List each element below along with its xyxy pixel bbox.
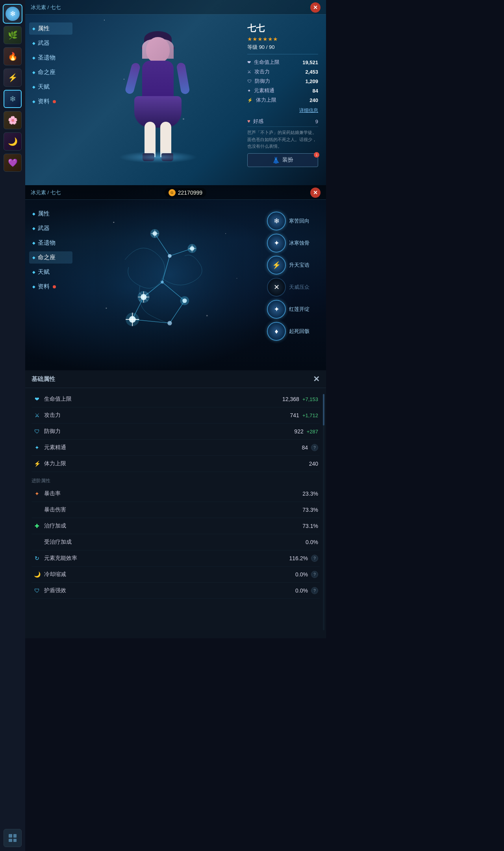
svg-point-31 <box>161 281 164 284</box>
svg-point-33 <box>225 233 226 234</box>
p2-nav-artifact[interactable]: ◆ 圣遗物 <box>29 237 72 249</box>
stat-stamina-value: 240 <box>309 97 318 103</box>
detail-shield-value: 0.0% <box>295 587 308 594</box>
sidebar-char-5[interactable]: 🌸 <box>4 111 22 129</box>
constellation-panel: 冰元素 / 七七 G 22170999 ✕ ◆ 属性 ◆ 武器 ◆ <box>25 185 326 370</box>
skill-item-1[interactable]: ❄ 寒苦回向 <box>267 212 322 230</box>
detail-em-icon: ✦ <box>33 444 41 452</box>
nav-diamond-icon: ◆ <box>32 70 35 74</box>
detail-stat-heal-bonus: ✚ 治疗加成 73.1% <box>32 518 320 534</box>
dress-button[interactable]: 👗 装扮 1 <box>247 153 318 167</box>
base-stats-section: ❤ 生命值上限 12,368 +7,153 ⚔ 攻击力 741 +1,712 <box>25 388 326 472</box>
svg-point-35 <box>106 308 107 309</box>
sidebar-char-4[interactable]: ❄ <box>4 90 22 108</box>
stat-row-em: ✦ 元素精通 84 <box>247 86 318 95</box>
coin-display: G 22170999 <box>165 188 206 197</box>
nav-diamond-icon: ◆ <box>32 85 35 89</box>
char-description: 芭芦「不卜庐」的采药姑娘兼学徒。面色苍白如纸的不死之人。话很少，也没有什么表情。 <box>247 129 318 150</box>
sidebar-char-7[interactable]: 💜 <box>4 154 22 172</box>
detail-heal-value: 73.1% <box>302 523 318 529</box>
cd-help-button[interactable]: ? <box>311 571 318 578</box>
skill-item-4[interactable]: ✕ 天威压众 <box>267 278 322 297</box>
char-stars: ★★★★★★ <box>247 36 318 42</box>
atk-icon: ⚔ <box>247 69 251 74</box>
panel3-close-button[interactable]: ✕ <box>313 374 320 384</box>
er-help-button[interactable]: ? <box>311 555 318 562</box>
nav-diamond-icon: ◆ <box>32 26 35 31</box>
detail-atk-icon: ⚔ <box>33 411 41 419</box>
character-figure <box>122 37 193 163</box>
nav-item-weapon[interactable]: ◆ 武器 <box>29 37 72 49</box>
sidebar-char-1[interactable]: 🌿 <box>4 26 22 44</box>
detail-stat-em: ✦ 元素精通 84 ? <box>32 440 320 456</box>
sidebar-char-2[interactable]: 🔥 <box>4 47 22 65</box>
detail-stat-stamina: ⚡ 体力上限 240 <box>32 456 320 472</box>
detail-crit-rate-icon: ✦ <box>33 490 41 498</box>
skill-item-5[interactable]: ✦ 红莲开绽 <box>267 300 322 319</box>
detail-hp-icon: ❤ <box>33 395 41 403</box>
p2-nav-weapon[interactable]: ◆ 武器 <box>29 222 72 234</box>
detail-stat-shield: 🛡 护盾强效 0.0% ? <box>32 583 320 599</box>
detail-stat-hp: ❤ 生命值上限 12,368 +7,153 <box>32 391 320 407</box>
detail-stat-atk: ⚔ 攻击力 741 +1,712 <box>32 407 320 424</box>
panel1-body: ◆ 属性 ◆ 武器 ◆ 圣遗物 ◆ 命之座 ◆ 天赋 <box>25 15 326 175</box>
skill-label-4: 天威压众 <box>289 284 309 291</box>
advanced-stats-section: 进阶属性 ✦ 暴击率 23.3% 暴击伤害 73.3% <box>25 472 326 599</box>
detail-crit-dmg-value: 73.3% <box>302 507 318 513</box>
stat-row-def: 🛡 防御力 1,209 <box>247 76 318 86</box>
stat-hp-value: 19,521 <box>302 59 318 65</box>
detail-em-base: 84 <box>302 444 308 451</box>
p2-nav-talent[interactable]: ◆ 天赋 <box>29 266 72 278</box>
char-name: 七七 <box>247 22 318 34</box>
detail-incoming-heal-value: 0.0% <box>306 539 318 545</box>
p2-nav-attrs[interactable]: ◆ 属性 <box>29 208 72 220</box>
stats-detail-panel: 基础属性 ✕ ❤ 生命值上限 12,368 +7,153 ⚔ 攻击力 <box>25 370 326 638</box>
nav-item-profile[interactable]: ◆ 资料 <box>29 95 72 108</box>
scrollbar-track <box>323 394 324 630</box>
detail-shield-icon: 🛡 <box>33 587 41 595</box>
p2-nav-profile[interactable]: ◆ 资料 <box>29 281 72 293</box>
dress-icon: 👗 <box>272 156 280 164</box>
nav-diamond-icon: ◆ <box>32 41 35 45</box>
panel2-close-button[interactable]: ✕ <box>310 188 321 198</box>
detail-hp-bonus: +7,153 <box>302 396 318 402</box>
p2-nav-constellation[interactable]: ◆ 命之座 <box>29 251 72 264</box>
dress-badge: 1 <box>314 152 319 158</box>
nav-item-artifact[interactable]: ◆ 圣遗物 <box>29 52 72 64</box>
skill-label-3: 升天宝诰 <box>289 262 309 269</box>
char-level: 等级 90 / 90 <box>247 44 318 54</box>
em-help-button[interactable]: ? <box>311 444 318 451</box>
panel2-header: 冰元素 / 七七 G 22170999 ✕ <box>25 185 326 200</box>
detail-heal-icon: ✚ <box>33 522 41 530</box>
scrollbar-thumb[interactable] <box>323 394 324 426</box>
detail-stat-incoming-heal: 受治疗加成 0.0% <box>32 534 320 550</box>
constellation-skills: ❄ 寒苦回向 ✦ 冰寒蚀骨 ⚡ 升天宝诰 ✕ 天威压众 ✦ 红莲开绽 <box>267 204 322 353</box>
sidebar-char-6[interactable]: 🌙 <box>4 132 22 151</box>
sidebar-element-icon[interactable]: ❄ <box>3 4 22 24</box>
detail-crit-rate-value: 23.3% <box>302 491 318 497</box>
panel3-title: 基础属性 <box>32 375 55 383</box>
char-arm-right <box>176 62 190 95</box>
skill-orb-6: ♦ <box>267 322 286 341</box>
nav-item-attrs[interactable]: ◆ 属性 <box>29 22 72 35</box>
char-arm-left <box>124 62 141 95</box>
panel1-close-button[interactable]: ✕ <box>310 2 321 13</box>
hp-icon: ❤ <box>247 60 251 65</box>
detail-er-value: 116.2% <box>289 555 308 561</box>
skill-orb-3: ⚡ <box>267 256 286 275</box>
breadcrumb-1: 冰元素 / 七七 <box>31 4 61 11</box>
skill-label-6: 起死回骸 <box>289 328 309 335</box>
nav-item-constellation[interactable]: ◆ 命之座 <box>29 66 72 78</box>
detail-def-base: 922 <box>294 428 303 435</box>
advanced-section-title: 进阶属性 <box>32 475 320 486</box>
em-icon: ✦ <box>247 88 251 93</box>
sidebar-grid-button[interactable] <box>4 829 22 847</box>
shield-help-button[interactable]: ? <box>311 587 318 594</box>
detail-info-link[interactable]: 详细信息 <box>247 107 318 114</box>
skill-item-3[interactable]: ⚡ 升天宝诰 <box>267 256 322 275</box>
skill-item-2[interactable]: ✦ 冰寒蚀骨 <box>267 234 322 253</box>
sidebar-char-3[interactable]: ⚡ <box>4 69 22 87</box>
detail-crit-dmg-icon <box>33 506 41 514</box>
nav-item-talent[interactable]: ◆ 天赋 <box>29 81 72 93</box>
skill-item-6[interactable]: ♦ 起死回骸 <box>267 322 322 341</box>
